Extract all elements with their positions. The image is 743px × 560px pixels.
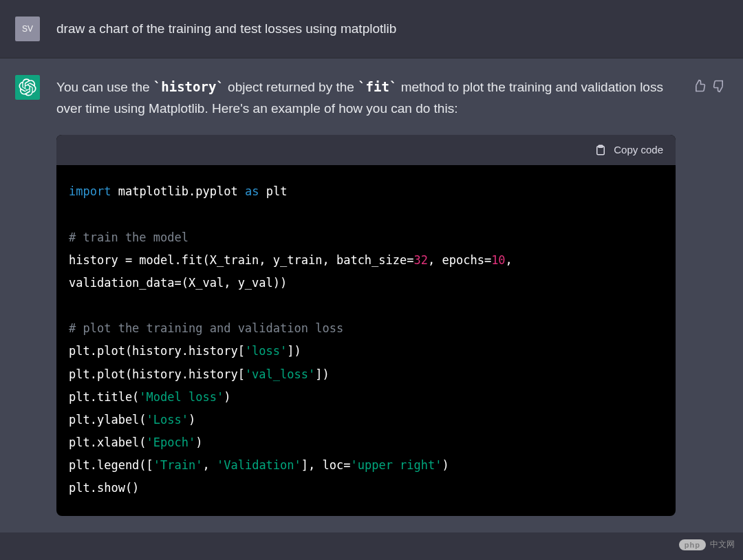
code-token: plt.title( (69, 390, 139, 404)
code-token: import (69, 184, 111, 198)
watermark-pill: php (679, 539, 706, 550)
code-token: ) (189, 413, 195, 427)
code-token: 'Loss' (147, 413, 189, 427)
code-token: plt.ylabel( (69, 413, 147, 427)
copy-code-label: Copy code (614, 142, 663, 159)
code-token: validation_data=(X_val, y_val)) (69, 276, 287, 290)
code-token: , (506, 253, 513, 267)
copy-code-button[interactable]: Copy code (594, 142, 663, 159)
code-token: plt (266, 184, 288, 198)
thumbs-up-button[interactable] (692, 79, 706, 96)
code-token: 'Epoch' (147, 435, 196, 449)
watermark: php 中文网 (679, 539, 735, 550)
code-token: ) (195, 435, 202, 449)
code-token: # plot the training and validation loss (69, 321, 343, 335)
user-message-text: draw a chart of the training and test lo… (56, 17, 676, 39)
code-token: 32 (414, 253, 428, 267)
assistant-reply-paragraph: You can use the `history` object returne… (56, 76, 676, 120)
openai-logo-icon (19, 78, 36, 96)
code-token: 10 (491, 253, 505, 267)
code-token: 'loss' (245, 344, 287, 358)
code-token: # train the model (69, 230, 189, 244)
feedback-actions (692, 75, 726, 96)
code-token: 'Model loss' (139, 390, 224, 404)
text-fragment: You can use the (56, 80, 153, 94)
code-token: 'Validation' (217, 458, 301, 472)
code-token: plt.xlabel( (69, 435, 147, 449)
code-token: 'Train' (153, 458, 203, 472)
assistant-message-row: You can use the `history` object returne… (0, 58, 743, 532)
thumbs-down-icon (713, 79, 726, 93)
user-message-row: SV draw a chart of the training and test… (0, 0, 743, 58)
code-token: history = model.fit(X_train, y_train, ba… (69, 253, 414, 267)
code-token: ) (224, 390, 230, 404)
code-token: 'val_loss' (245, 367, 315, 381)
text-fragment: object returned by the (224, 80, 358, 94)
code-token: ]) (287, 344, 301, 358)
assistant-avatar (15, 75, 40, 100)
code-token: 'upper right' (350, 458, 442, 472)
code-token: , epochs= (428, 253, 491, 267)
code-block: Copy code import matplotlib.pyplot as pl… (56, 135, 676, 517)
user-avatar: SV (15, 17, 40, 41)
code-token: plt.legend([ (69, 458, 153, 472)
inline-code-history: `history` (153, 79, 224, 94)
watermark-text: 中文网 (710, 539, 735, 550)
code-token: plt.plot(history.history[ (69, 367, 245, 381)
code-token: plt.plot(history.history[ (69, 344, 245, 358)
code-token: , (202, 458, 216, 472)
code-token: ]) (315, 367, 329, 381)
code-token: matplotlib.pyplot (118, 184, 238, 198)
inline-code-fit: `fit` (358, 79, 397, 94)
code-token: ) (442, 458, 449, 472)
thumbs-down-button[interactable] (713, 79, 726, 96)
assistant-message-content: You can use the `history` object returne… (56, 75, 676, 516)
code-token: plt.show() (69, 481, 139, 495)
thumbs-up-icon (692, 79, 706, 93)
code-token: as (245, 184, 259, 198)
code-token: ], loc= (301, 458, 351, 472)
clipboard-icon (594, 144, 607, 156)
code-content: import matplotlib.pyplot as plt # train … (56, 165, 676, 516)
code-block-header: Copy code (56, 135, 676, 166)
